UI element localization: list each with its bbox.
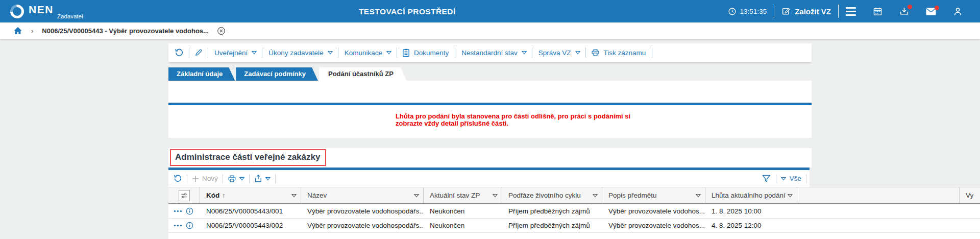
cell-lhuta: 4. 8. 2025 12:00: [705, 219, 797, 232]
menu-tisk-zaznamu[interactable]: Tisk záznamu: [591, 49, 647, 57]
tab-content-panel: Lhůta pro podání byla stanovena pro část…: [168, 81, 812, 138]
menu-nestandardni-stav[interactable]: Nestandardní stav: [460, 49, 527, 57]
plus-icon: [192, 175, 199, 182]
grid-toolbar: Nový Vše: [168, 170, 810, 187]
column-filter-icon[interactable]: [414, 194, 419, 198]
record-toolbar: Uveřejnění Úkony zadavatele Komunikace D…: [168, 43, 812, 62]
column-filter-icon[interactable]: [593, 194, 598, 198]
clock-icon: [728, 7, 737, 16]
filter-all-dropdown[interactable]: Vše: [781, 175, 801, 182]
section-highlight-box: Administrace částí veřejné zakázky: [170, 149, 326, 166]
caret-down-icon: [239, 177, 244, 181]
header-aktualni-stav[interactable]: Aktuální stav ZP: [424, 187, 502, 203]
header-kod[interactable]: Kód ↑: [200, 187, 301, 203]
nen-logo[interactable]: NEN Zadavatel: [10, 3, 95, 20]
deadline-warning: Lhůta pro podání byla stanovena pro část…: [396, 113, 651, 127]
current-time: 13:51:35: [740, 8, 767, 15]
header-vy-truncated[interactable]: Vy: [960, 187, 980, 203]
menu-icon[interactable]: [846, 7, 856, 16]
cell-lhuta: 1. 8. 2025 10:00: [705, 204, 797, 218]
filter-icon[interactable]: [762, 174, 771, 183]
parts-table: Kód ↑ Název Aktuální stav ZP Podfáze živ…: [168, 187, 980, 239]
caret-down-icon: [265, 177, 271, 181]
column-filter-icon[interactable]: [788, 194, 793, 198]
cell-nazev: Výběr provozovatele vodohospodářs...: [301, 219, 424, 232]
logo-subtext: Zadavatel: [57, 13, 83, 19]
caret-down-icon: [386, 51, 391, 55]
caret-down-icon: [781, 177, 786, 181]
breadcrumb-chevron: ›: [31, 27, 33, 35]
caret-down-icon: [575, 51, 580, 55]
info-icon[interactable]: [186, 207, 193, 215]
tab-zadavaci-podminky[interactable]: Zadávací podmínky: [236, 67, 318, 81]
section-header-band: Administrace částí veřejné zakázky: [168, 148, 812, 168]
profile-icon[interactable]: [953, 7, 963, 16]
menu-sprava-vz[interactable]: Správa VZ: [537, 49, 580, 57]
header-podfaze[interactable]: Podfáze životního cyklu: [502, 187, 602, 203]
table-row[interactable]: N006/25/V00005443/002 Výběr provozovatel…: [168, 219, 980, 233]
cell-kod: N006/25/V00005443/001: [200, 204, 301, 218]
cell-nazev: Výběr provozovatele vodohospodářs...: [301, 204, 424, 218]
column-filter-icon[interactable]: [696, 194, 701, 198]
environment-title: TESTOVACÍ PROSTŘEDÍ: [359, 7, 456, 16]
create-vz-icon[interactable]: [781, 7, 791, 16]
mail-badge: [935, 6, 939, 10]
nen-logo-icon: [7, 2, 27, 21]
tab-zakladni-udaje[interactable]: Základní údaje: [168, 67, 235, 81]
edit-icon[interactable]: [194, 49, 203, 57]
section-divider-bar: [168, 103, 812, 105]
caret-down-icon: [522, 51, 527, 55]
printer-icon: [591, 49, 600, 57]
header-popis[interactable]: Popis předmětu: [602, 187, 705, 203]
menu-uverejneni[interactable]: Uveřejnění: [213, 49, 257, 57]
grid-export-button[interactable]: [254, 174, 271, 183]
column-filter-icon[interactable]: [291, 194, 297, 198]
sort-asc-icon: ↑: [222, 192, 226, 199]
create-vz-button[interactable]: Založit VZ: [795, 7, 831, 16]
table-row[interactable]: N006/25/V00005443/001 Výběr provozovatel…: [168, 204, 980, 219]
column-settings-cell[interactable]: [168, 187, 200, 203]
home-icon[interactable]: [13, 27, 22, 35]
cell-popis: Výběr provozovatele vodohos...: [602, 219, 705, 232]
column-filter-icon[interactable]: [493, 194, 498, 198]
cell-podfaze: Příjem předběžných zájmů: [502, 204, 602, 218]
mail-icon[interactable]: [926, 8, 936, 15]
menu-komunikace[interactable]: Komunikace: [344, 49, 391, 57]
document-icon: [402, 49, 410, 57]
menu-dokumenty[interactable]: Dokumenty: [402, 49, 450, 57]
header-lhuta[interactable]: Lhůta aktuálního podání: [705, 187, 797, 203]
caret-down-icon: [328, 51, 333, 55]
divider: [838, 5, 839, 18]
header-empty: [797, 187, 960, 203]
breadcrumb-record[interactable]: N006/25/V00005443 - Výběr provozovatele …: [42, 27, 209, 35]
tab-bar: Základní údaje Zadávací podmínky Podání …: [168, 67, 408, 81]
divider: [774, 5, 774, 18]
section-title: Administrace částí veřejné zakázky: [175, 152, 320, 162]
row-actions-icon[interactable]: [174, 210, 182, 212]
calendar-icon[interactable]: [873, 7, 883, 16]
cell-stav: Neukončen: [424, 219, 502, 232]
table-header-row: Kód ↑ Název Aktuální stav ZP Podfáze živ…: [168, 187, 980, 204]
cell-popis: Výběr provozovatele vodohos...: [602, 204, 705, 218]
header-nazev[interactable]: Název: [301, 187, 424, 203]
cell-podfaze: Příjem předběžných zájmů: [502, 219, 602, 232]
logo-text: NEN: [29, 4, 54, 16]
close-record-icon[interactable]: [217, 27, 226, 35]
refresh-icon[interactable]: [175, 48, 184, 57]
topbar: NEN Zadavatel TESTOVACÍ PROSTŘEDÍ 13:51:…: [0, 0, 980, 22]
grid-print-button[interactable]: [228, 175, 244, 183]
caret-down-icon: [252, 51, 257, 55]
cell-stav: Neukončen: [424, 204, 502, 218]
new-button[interactable]: Nový: [192, 175, 218, 182]
menu-ukony-zadavatele[interactable]: Úkony zadavatele: [267, 49, 332, 57]
cell-kod: N006/25/V00005443/002: [200, 219, 301, 232]
column-settings-icon: [179, 190, 190, 201]
grid-refresh-icon[interactable]: [174, 174, 182, 183]
row-actions-icon[interactable]: [174, 224, 182, 227]
info-icon[interactable]: [186, 222, 193, 229]
downloads-icon[interactable]: [899, 7, 909, 16]
downloads-badge: [908, 5, 912, 9]
tab-podani-ucastniku-zp[interactable]: Podání účastníků ZP: [319, 67, 407, 81]
breadcrumb: › N006/25/V00005443 - Výběr provozovatel…: [0, 22, 980, 39]
